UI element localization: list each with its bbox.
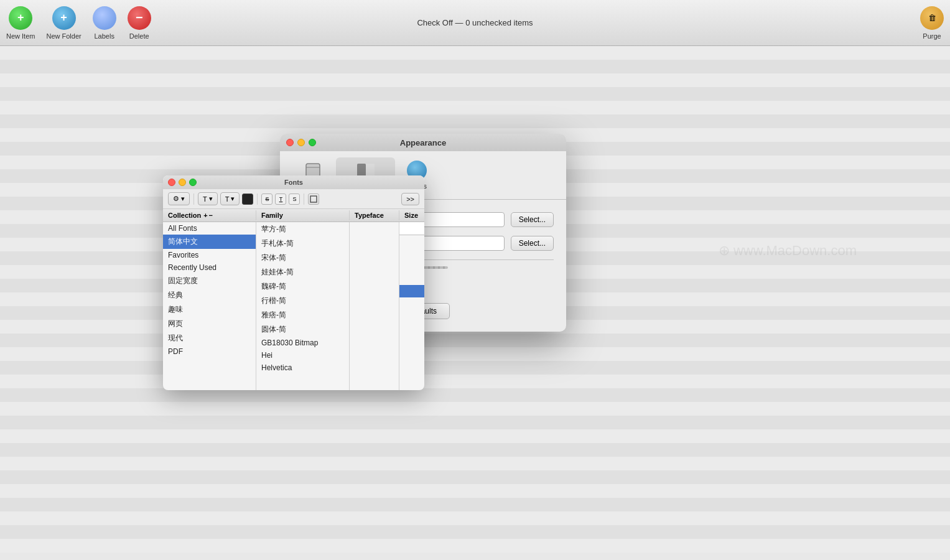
minimize-button[interactable] [297, 139, 305, 146]
collection-all-fonts[interactable]: All Fonts [163, 222, 256, 235]
stripe-row [0, 429, 950, 443]
new-item-button[interactable]: + New Item [6, 6, 35, 40]
stripe-row [0, 60, 950, 73]
collection-header: Collection + − [163, 210, 256, 220]
labels-icon [93, 6, 116, 30]
stripe-row [0, 334, 950, 347]
family-yuanti[interactable]: 圆体-简 [256, 322, 349, 337]
family-wadwati[interactable]: 娃娃体-简 [256, 265, 349, 279]
fonts-close-button[interactable] [168, 179, 175, 186]
purge-label: Purge [923, 32, 941, 40]
typeface-column [350, 222, 399, 390]
family-hei[interactable]: Hei [256, 349, 349, 362]
collection-fun[interactable]: 趣味 [163, 302, 256, 317]
fonts-panel-body: All Fonts 简体中文 Favorites Recently Used 固… [163, 222, 424, 390]
size-9[interactable]: 9 [399, 235, 424, 248]
size-column: 9 10 11 12 13 14 18 24 36 48 [399, 222, 424, 390]
maximize-button[interactable] [309, 139, 316, 146]
settings-tool-button[interactable]: ⚙ ▾ [168, 192, 190, 205]
family-xingkai[interactable]: 行楷-简 [256, 294, 349, 308]
shadow-tool[interactable]: S [289, 194, 300, 205]
family-pingfang[interactable]: 苹方-简 [256, 222, 349, 236]
separator-3 [304, 194, 304, 205]
size-header: Size [399, 210, 424, 220]
delete-icon: − [128, 6, 151, 30]
gear-icon: ⚙ [173, 195, 179, 203]
family-songti[interactable]: 宋体-简 [256, 251, 349, 265]
new-item-icon: + [9, 6, 32, 30]
collection-favorites[interactable]: Favorites [163, 249, 256, 261]
stripe-row [0, 470, 950, 484]
new-folder-button[interactable]: + New Folder [46, 6, 81, 40]
size-12[interactable]: 12 [399, 273, 424, 285]
close-button[interactable] [286, 139, 294, 146]
main-toolbar: + New Item + New Folder Labels − Delete … [0, 0, 950, 46]
stripe-row [0, 443, 950, 457]
text-color-tool-button[interactable]: T ▾ [220, 192, 240, 205]
size-36[interactable]: 36 [399, 335, 424, 347]
size-48[interactable]: 48 [399, 347, 424, 360]
size-13[interactable]: 13 [399, 285, 424, 297]
separator-2 [257, 194, 258, 205]
collection-fixed-width[interactable]: 固定宽度 [163, 274, 256, 288]
fonts-column-headers: Collection + − Family Typeface Size [163, 209, 424, 222]
families-column: 苹方-简 手札体-简 宋体-简 娃娃体-简 魏碑-简 行楷-简 雅痞-简 圆体-… [256, 222, 350, 390]
size-11[interactable]: 11 [399, 260, 424, 273]
collection-modern[interactable]: 现代 [163, 331, 256, 345]
family-shouzati[interactable]: 手札体-简 [256, 236, 349, 251]
family-yapi[interactable]: 雅痞-简 [256, 308, 349, 322]
stripe-row [0, 484, 950, 498]
collection-pdf[interactable]: PDF [163, 345, 256, 358]
size-18[interactable]: 18 [399, 310, 424, 322]
chevron-down-icon: ▾ [181, 195, 185, 203]
underline-tool[interactable]: T [275, 194, 286, 205]
collection-simplified-chinese[interactable]: 简体中文 [163, 235, 256, 249]
add-collection-button[interactable]: + [203, 212, 207, 219]
stripe-row [0, 402, 950, 416]
collection-recently-used[interactable]: Recently Used [163, 261, 256, 274]
select-font-2-button[interactable]: Select... [511, 236, 554, 251]
size-14[interactable]: 14 [399, 297, 424, 310]
stripe-row [0, 525, 950, 539]
stripe-row [0, 347, 950, 361]
chevron-down-icon-2: ▾ [209, 195, 213, 203]
purge-button[interactable]: 🗑 Purge [920, 6, 944, 40]
text-color-icon: T [225, 195, 230, 203]
rect-small-tool[interactable] [308, 194, 319, 205]
double-chevron-icon: >> [406, 195, 414, 203]
black-rect-tool[interactable] [242, 194, 253, 205]
separator [193, 194, 194, 205]
window-title: Check Off — 0 unchecked items [417, 18, 533, 27]
stripe-row [0, 101, 950, 114]
family-weibei[interactable]: 魏碑-简 [256, 279, 349, 294]
stripe-row [0, 73, 950, 87]
fonts-titlebar: Fonts [163, 175, 424, 189]
delete-label: Delete [129, 32, 149, 40]
stripe-row [0, 361, 950, 375]
family-gb18030[interactable]: GB18030 Bitmap [256, 337, 349, 349]
size-24[interactable]: 24 [399, 322, 424, 335]
stripe-row [0, 375, 950, 388]
stripe-row [0, 416, 950, 429]
size-input[interactable] [399, 222, 424, 235]
select-font-1-button[interactable]: Select... [511, 212, 554, 227]
fonts-panel: Fonts ⚙ ▾ T ▾ T ▾ S T S >> [163, 175, 424, 390]
stripe-row [0, 87, 950, 101]
new-folder-label: New Folder [46, 32, 81, 40]
stripe-row [0, 46, 950, 60]
family-helvetica[interactable]: Helvetica [256, 362, 349, 374]
purge-icon: 🗑 [920, 6, 944, 30]
fonts-minimize-button[interactable] [179, 179, 186, 186]
chevron-down-icon-3: ▾ [231, 195, 235, 203]
size-10[interactable]: 10 [399, 248, 424, 260]
more-options-button[interactable]: >> [401, 193, 419, 205]
remove-collection-button[interactable]: − [209, 212, 213, 219]
collection-classic[interactable]: 经典 [163, 288, 256, 302]
collection-web[interactable]: 网页 [163, 317, 256, 331]
fonts-maximize-button[interactable] [189, 179, 197, 186]
text-size-tool-button[interactable]: T ▾ [198, 192, 218, 205]
delete-button[interactable]: − Delete [128, 6, 151, 40]
new-folder-icon: + [52, 6, 76, 30]
labels-button[interactable]: Labels [93, 6, 116, 40]
strikethrough-tool[interactable]: S [261, 194, 272, 205]
